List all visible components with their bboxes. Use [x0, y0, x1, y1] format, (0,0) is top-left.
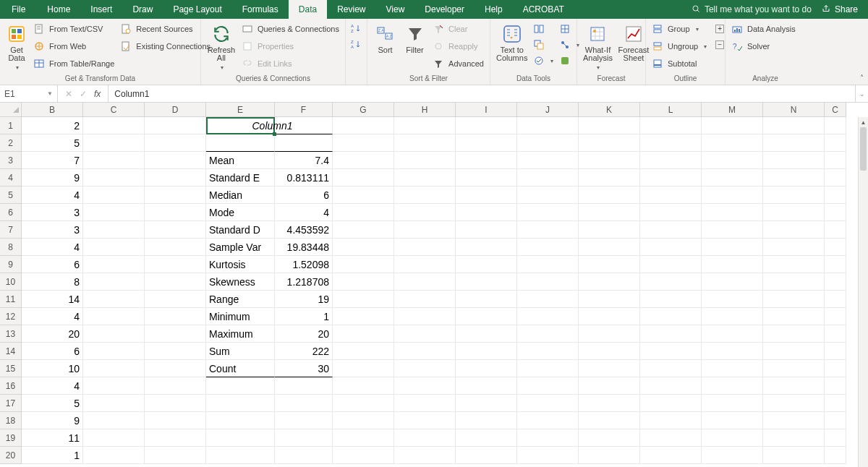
- cell[interactable]: [825, 395, 846, 412]
- column-header[interactable]: H: [394, 103, 456, 117]
- cell[interactable]: [83, 221, 145, 239]
- cell[interactable]: [456, 447, 517, 464]
- cell[interactable]: [763, 343, 825, 360]
- cell[interactable]: [394, 152, 456, 169]
- edit-links-button[interactable]: Edit Links: [242, 56, 339, 71]
- advanced-filter-button[interactable]: Advanced: [433, 56, 484, 71]
- tab-home[interactable]: Home: [37, 0, 80, 19]
- cell[interactable]: [83, 134, 145, 152]
- cell[interactable]: [517, 325, 579, 343]
- cell[interactable]: [333, 273, 394, 291]
- cell[interactable]: [579, 360, 640, 377]
- cell[interactable]: [825, 325, 846, 343]
- remove-duplicates-button[interactable]: [533, 38, 553, 52]
- cell[interactable]: [394, 273, 456, 291]
- formula-input[interactable]: Column1: [109, 85, 855, 102]
- row-header[interactable]: 13: [0, 325, 22, 343]
- cell[interactable]: [206, 429, 275, 447]
- cell[interactable]: [579, 291, 640, 308]
- cell[interactable]: [702, 360, 763, 377]
- cell[interactable]: [517, 152, 579, 169]
- cell[interactable]: [825, 377, 846, 395]
- data-validation-button[interactable]: ▾: [533, 53, 553, 68]
- what-if-button[interactable]: What-If Analysis ▾: [583, 22, 613, 72]
- cell[interactable]: [825, 134, 846, 152]
- cell[interactable]: [333, 204, 394, 221]
- tell-me-search[interactable]: Tell me what you want to do: [692, 4, 812, 15]
- cell[interactable]: 30: [275, 360, 333, 377]
- column-header[interactable]: B: [22, 103, 83, 117]
- cell[interactable]: [702, 343, 763, 360]
- cell[interactable]: 5: [22, 134, 83, 152]
- cell[interactable]: [640, 239, 702, 256]
- collapse-ribbon-button[interactable]: ˄: [860, 74, 864, 82]
- scroll-up-icon[interactable]: ▲: [859, 117, 868, 127]
- cell[interactable]: [517, 360, 579, 377]
- cell[interactable]: [517, 291, 579, 308]
- cell[interactable]: [825, 308, 846, 325]
- cell[interactable]: [640, 187, 702, 204]
- cell[interactable]: [83, 377, 145, 395]
- cell[interactable]: [825, 204, 846, 221]
- cell[interactable]: [394, 412, 456, 429]
- scrollbar-thumb[interactable]: [860, 127, 867, 171]
- cell[interactable]: [333, 117, 394, 134]
- cell[interactable]: [640, 395, 702, 412]
- cell[interactable]: [579, 187, 640, 204]
- cell[interactable]: [825, 256, 846, 273]
- ungroup-button[interactable]: Ungroup▾: [652, 39, 707, 53]
- cell[interactable]: [763, 204, 825, 221]
- row-header[interactable]: 8: [0, 239, 22, 256]
- cell[interactable]: [702, 187, 763, 204]
- cell[interactable]: [83, 187, 145, 204]
- cell[interactable]: [517, 377, 579, 395]
- tab-view[interactable]: View: [376, 0, 415, 19]
- cell[interactable]: 5: [22, 395, 83, 412]
- cell[interactable]: [206, 395, 275, 412]
- column-header[interactable]: F: [275, 103, 333, 117]
- cell[interactable]: 3: [22, 204, 83, 221]
- cell[interactable]: [456, 377, 517, 395]
- cell[interactable]: [333, 395, 394, 412]
- cell[interactable]: [640, 273, 702, 291]
- cell[interactable]: [145, 395, 206, 412]
- cell[interactable]: [825, 343, 846, 360]
- cell[interactable]: [640, 204, 702, 221]
- cell[interactable]: [456, 169, 517, 187]
- cell[interactable]: [83, 291, 145, 308]
- cell[interactable]: [394, 221, 456, 239]
- row-header[interactable]: 4: [0, 169, 22, 187]
- cell[interactable]: [640, 134, 702, 152]
- cell[interactable]: [145, 152, 206, 169]
- cell[interactable]: [517, 134, 579, 152]
- cell[interactable]: [825, 187, 846, 204]
- cell[interactable]: [702, 117, 763, 134]
- cell[interactable]: [145, 134, 206, 152]
- row-header[interactable]: 3: [0, 152, 22, 169]
- cell[interactable]: [702, 377, 763, 395]
- cell[interactable]: [579, 204, 640, 221]
- cell[interactable]: [83, 256, 145, 273]
- cell[interactable]: [394, 325, 456, 343]
- cell[interactable]: [456, 204, 517, 221]
- cell[interactable]: [702, 204, 763, 221]
- cell[interactable]: 7: [22, 152, 83, 169]
- cell[interactable]: [456, 152, 517, 169]
- cell[interactable]: [206, 134, 275, 152]
- cell[interactable]: [825, 152, 846, 169]
- cell[interactable]: [456, 134, 517, 152]
- cell[interactable]: [640, 221, 702, 239]
- cell[interactable]: [579, 429, 640, 447]
- row-header[interactable]: 12: [0, 308, 22, 325]
- cell[interactable]: [825, 117, 846, 134]
- cell[interactable]: 7.4: [275, 152, 333, 169]
- cell[interactable]: [275, 134, 333, 152]
- sort-asc-button[interactable]: AZ: [351, 23, 362, 35]
- cancel-formula-icon[interactable]: ✕: [65, 89, 72, 99]
- row-header[interactable]: 7: [0, 221, 22, 239]
- cell[interactable]: [763, 429, 825, 447]
- reapply-button[interactable]: Reapply: [433, 39, 484, 53]
- cell[interactable]: [702, 325, 763, 343]
- row-header[interactable]: 18: [0, 412, 22, 429]
- column-header[interactable]: G: [333, 103, 394, 117]
